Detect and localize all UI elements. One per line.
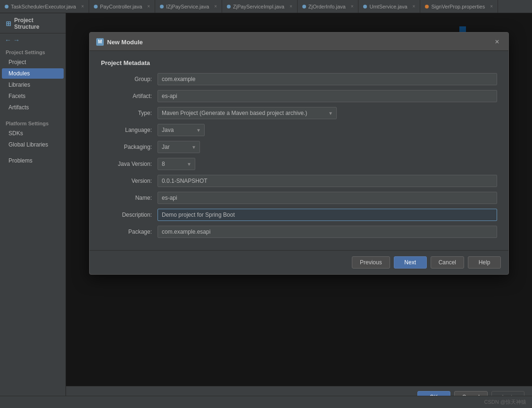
tab-close-icon[interactable]: ×: [214, 4, 217, 9]
dialog-title: M New Module: [96, 38, 143, 46]
previous-button[interactable]: Previous: [352, 256, 390, 269]
tab-task-scheduler[interactable]: TaskSchedulerExecutor.java ×: [0, 0, 89, 13]
tab-izj-pay-service[interactable]: IZjPayService.java ×: [155, 0, 222, 13]
left-sidebar: ⊞ Project Structure ← → Project Settings…: [0, 13, 66, 408]
form-row-language: Language: Java ▼: [101, 124, 497, 136]
form-row-artifact: Artifact:: [101, 90, 497, 102]
project-structure-title: ⊞ Project Structure: [0, 13, 66, 33]
tab-dot-icon: [302, 5, 306, 8]
tab-dot-icon: [160, 5, 164, 8]
sidebar-item-modules[interactable]: Modules: [2, 68, 64, 79]
bottom-bar: CSDN @惊天神猿: [0, 396, 532, 408]
help-button[interactable]: Help: [468, 256, 501, 269]
form-row-packaging: Packaging: Jar ▼: [101, 141, 497, 153]
dialog-body: Project Metadata Group: Artifact: Type:: [90, 51, 508, 250]
form-row-package: Package:: [101, 226, 497, 238]
group-label: Group:: [101, 76, 158, 82]
type-dropdown-container: Maven Project (Generate a Maven based pr…: [158, 107, 337, 119]
sidebar-item-global-libraries[interactable]: Global Libraries: [2, 139, 64, 150]
sidebar-item-sdks[interactable]: SDKs: [2, 128, 64, 139]
sidebar-item-project[interactable]: Project: [2, 57, 64, 67]
form-row-group: Group:: [101, 73, 497, 85]
tab-close-icon[interactable]: ×: [413, 4, 416, 9]
tab-dot-icon: [425, 5, 429, 8]
language-dropdown-container: Java ▼: [158, 124, 205, 136]
tab-zj-order-info[interactable]: ZjOrderInfo.java ×: [298, 0, 359, 13]
version-label: Version:: [101, 178, 158, 184]
dialog-titlebar: M New Module ×: [90, 33, 508, 51]
tab-dot-icon: [363, 5, 367, 8]
packaging-select[interactable]: Jar: [158, 141, 200, 153]
form-row-version: Version:: [101, 175, 497, 187]
tab-zj-pay-service-impl[interactable]: ZjPayServiceImpl.java ×: [222, 0, 298, 13]
language-label: Language:: [101, 127, 158, 133]
package-label: Package:: [101, 228, 158, 235]
platform-settings-header: Platform Settings: [0, 118, 66, 128]
tab-dot-icon: [227, 5, 231, 8]
cancel-button[interactable]: Cancel: [431, 256, 464, 269]
group-input[interactable]: [158, 73, 497, 85]
tab-sign-ver-prop[interactable]: SignVerProp.properties ×: [420, 0, 498, 13]
new-module-dialog: M New Module × Project Metadata Group:: [89, 32, 509, 275]
module-icon: M: [96, 38, 104, 46]
form-row-name: Name:: [101, 192, 497, 204]
tab-umt-service[interactable]: UmtService.java ×: [358, 0, 420, 13]
form-row-java-version: Java Version: 8 ▼: [101, 158, 497, 170]
package-input[interactable]: [158, 226, 497, 238]
dialog-overlay: M New Module × Project Metadata Group:: [66, 13, 532, 408]
type-label: Type:: [101, 110, 158, 116]
back-arrow-icon[interactable]: ←: [5, 36, 11, 44]
packaging-label: Packaging:: [101, 144, 158, 150]
sidebar-item-facets[interactable]: Facets: [2, 91, 64, 101]
name-label: Name:: [101, 195, 158, 201]
sidebar-item-problems[interactable]: Problems: [2, 155, 64, 166]
project-metadata-title: Project Metadata: [101, 59, 497, 66]
tab-close-icon[interactable]: ×: [490, 4, 493, 9]
name-input[interactable]: [158, 192, 497, 204]
dialog-footer: Previous Next Cancel Help: [90, 250, 508, 274]
java-version-dropdown-container: 8 ▼: [158, 158, 195, 170]
project-settings-header: Project Settings: [0, 47, 66, 57]
artifact-label: Artifact:: [101, 93, 158, 99]
description-input[interactable]: [158, 209, 497, 221]
tab-dot-icon: [94, 5, 98, 8]
project-structure-icon: ⊞: [6, 20, 11, 27]
tab-close-icon[interactable]: ×: [290, 4, 292, 9]
tab-dot-icon: [5, 5, 8, 8]
description-label: Description:: [101, 212, 158, 218]
tab-close-icon[interactable]: ×: [351, 4, 354, 9]
next-button[interactable]: Next: [394, 256, 427, 269]
type-select[interactable]: Maven Project (Generate a Maven based pr…: [158, 107, 337, 119]
ide-body: ⊞ Project Structure ← → Project Settings…: [0, 13, 532, 408]
main-area: M New Module × Project Metadata Group:: [66, 13, 532, 408]
java-version-select[interactable]: 8: [158, 158, 195, 170]
sidebar-item-artifacts[interactable]: Artifacts: [2, 102, 64, 113]
tab-close-icon[interactable]: ×: [147, 4, 150, 9]
nav-arrows: ← →: [0, 33, 66, 47]
version-input[interactable]: [158, 175, 497, 187]
tab-bar: TaskSchedulerExecutor.java × PayControll…: [0, 0, 532, 13]
language-select[interactable]: Java: [158, 124, 205, 136]
form-row-description: Description:: [101, 209, 497, 221]
packaging-dropdown-container: Jar ▼: [158, 141, 200, 153]
tab-close-icon[interactable]: ×: [81, 4, 84, 9]
java-version-label: Java Version:: [101, 161, 158, 167]
forward-arrow-icon[interactable]: →: [13, 36, 20, 44]
dialog-close-button[interactable]: ×: [492, 37, 502, 47]
sidebar-item-libraries[interactable]: Libraries: [2, 80, 64, 90]
tab-pay-controller[interactable]: PayController.java ×: [89, 0, 155, 13]
artifact-input[interactable]: [158, 90, 497, 102]
form-row-type: Type: Maven Project (Generate a Maven ba…: [101, 107, 497, 119]
